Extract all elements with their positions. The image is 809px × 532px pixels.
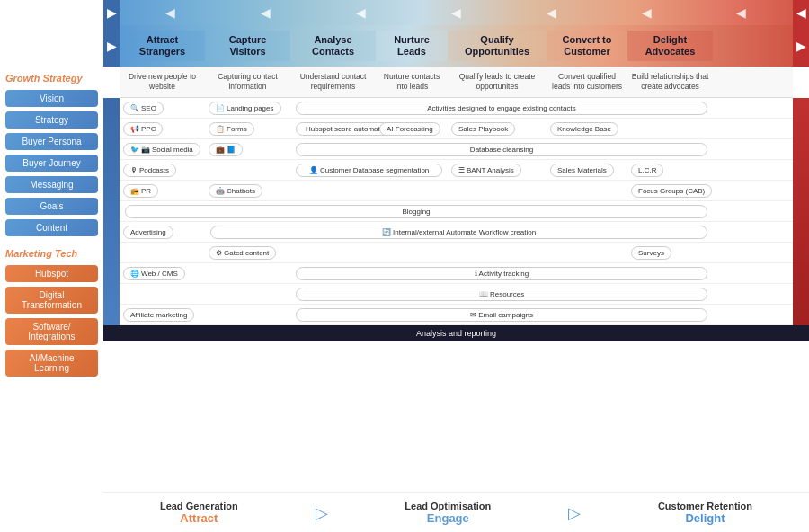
col-title-capture: CaptureVisitors — [229, 34, 267, 58]
table-row: 🐦📷 Social media 💼📘 Database cleansing — [120, 139, 793, 160]
col-headers: AttractStrangers CaptureVisitors Analyse… — [120, 25, 793, 66]
cell-pr: 📻 PR — [120, 181, 205, 200]
table-row: Advertising 🔄 Internal/external Automate… — [120, 222, 793, 243]
sidebar-buyer-journey-btn[interactable]: Buyer Journey — [5, 155, 98, 172]
cell-blogging: Blogging — [120, 201, 713, 221]
info-icon: ℹ — [475, 270, 477, 278]
cell-sales-playbook: Sales Playbook — [448, 119, 547, 138]
footer-arrow-2: ▷ — [568, 503, 581, 523]
sidebar-strategy-btn[interactable]: Strategy — [5, 111, 98, 129]
cell-bant: ☰ BANT Analysis — [448, 160, 547, 180]
cell-landing: 📄 Landing pages — [205, 98, 290, 118]
table-row: 📻 PR 🤖 Chatbots Focus Groups (CAB) — [120, 181, 793, 201]
sidebar-vision-btn[interactable]: Vision — [5, 90, 98, 107]
footer-arrow-1: ▷ — [316, 503, 328, 523]
sales-playbook-tag: Sales Playbook — [451, 122, 515, 136]
column-headers-wrapper: ▶ AttractStrangers CaptureVisitors Analy… — [103, 25, 809, 66]
knowledge-tag: Knowledge Base — [550, 122, 618, 136]
col-header-qualify: QualifyOpportunities — [448, 31, 547, 61]
col-title-qualify: QualifyOpportunities — [465, 34, 529, 58]
cell-social: 🐦📷 Social media — [120, 139, 205, 159]
footer-customer-ret-label: Customer Retention — [658, 501, 752, 511]
blogging-tag: Blogging — [125, 205, 707, 218]
cell-surveys: Surveys — [627, 243, 713, 262]
cell-email: ✉ Email campaigns — [290, 305, 713, 324]
growth-strategy-title: Growth Strategy — [5, 73, 98, 84]
instagram-icon: 📷 — [141, 146, 150, 154]
linkedin-tag: 💼📘 — [209, 143, 243, 156]
podcasts-tag: 🎙 Podcasts — [123, 164, 176, 177]
ai-forecast-tag: AI Forecasting — [379, 122, 440, 136]
mic-icon: 🎙 — [130, 166, 138, 174]
activity-tag: ℹ Activity tracking — [296, 267, 707, 280]
footer-lead-opt-label: Lead Optimisation — [404, 501, 491, 511]
sales-materials-tag: Sales Materials — [550, 164, 614, 177]
sidebar-software-btn[interactable]: Software/ Integrations — [5, 318, 98, 345]
col-header-delight: DelightAdvocates — [627, 31, 713, 61]
linkedin-icon: 💼 — [216, 146, 225, 154]
page-icon: 📄 — [216, 104, 225, 112]
globe-icon: 🌐 — [130, 270, 139, 278]
cell-db-cleansing: Database cleansing — [290, 139, 713, 159]
footer-engage-value: Engage — [404, 511, 491, 525]
header-left-arrow: ▶ — [107, 39, 117, 53]
ppc-tag: 📢 PPC — [123, 122, 163, 136]
table-row: 📢 PPC 📋 Forms Hubspot score automation A… — [120, 119, 793, 139]
footer-customer-ret: Customer Retention Delight — [658, 501, 752, 525]
analysis-reporting-text: Analysis and reporting — [416, 329, 496, 338]
cell-empty12 — [205, 284, 290, 304]
cell-knowledge: Knowledge Base — [547, 119, 627, 138]
cell-workflow: 🔄 Internal/external Automate Workflow cr… — [205, 222, 713, 242]
cell-empty5 — [120, 243, 205, 262]
email-icon: ✉ — [470, 311, 476, 319]
table-row: Blogging — [120, 201, 793, 222]
cell-empty4 — [547, 181, 627, 200]
sidebar-hubspot-btn[interactable]: Hubspot — [5, 265, 98, 282]
cell-forms: 📋 Forms — [205, 119, 290, 138]
cell-linkedin: 💼📘 — [205, 139, 290, 159]
cell-focus-groups: Focus Groups (CAB) — [627, 181, 713, 200]
search-icon: 🔍 — [130, 104, 139, 112]
cell-ppc: 📢 PPC — [120, 119, 205, 138]
table-row: 🎙 Podcasts 👤 Customer Database segmentat… — [120, 160, 793, 181]
table-row: 🔍 SEO 📄 Landing pages Activities designe… — [120, 98, 793, 119]
sidebar-digital-btn[interactable]: Digital Transformation — [5, 287, 98, 314]
col-header-capture: CaptureVisitors — [205, 31, 290, 61]
sub-nurture: Nurture contacts into leads — [376, 70, 448, 93]
col-header-nurture: NurtureLeads — [376, 31, 448, 61]
cell-activities: Activities designed to engage existing c… — [290, 98, 713, 118]
forms-tag: 📋 Forms — [209, 122, 254, 136]
sidebar-buyer-persona-btn[interactable]: Buyer Persona — [5, 133, 98, 150]
email-tag: ✉ Email campaigns — [296, 308, 707, 322]
sidebar-goals-btn[interactable]: Goals — [5, 198, 98, 215]
arrow-banner: ▶ ◀ ◀ ◀ ◀ ◀ ◀ ◀ ◀ — [103, 0, 809, 25]
table-row: ⚙ Gated content Surveys — [120, 243, 793, 263]
col-header-analyse: AnalyseContacts — [290, 31, 376, 61]
cell-empty13 — [205, 305, 290, 324]
cell-empty11 — [120, 284, 205, 304]
sidebar-content-btn[interactable]: Content — [5, 219, 98, 236]
cell-affiliate: Affiliate marketing — [120, 305, 205, 324]
table-row: 🌐 Web / CMS ℹ Activity tracking — [120, 263, 793, 284]
cell-activity: ℹ Activity tracking — [290, 263, 713, 283]
footer: Lead Generation Attract ▷ Lead Optimisat… — [103, 492, 809, 532]
chevron-left-7: ◀ — [736, 5, 746, 20]
sidebar-ai-btn[interactable]: AI/Machine Learning — [5, 350, 98, 377]
cell-customer-db: 👤 Customer Database segmentation — [290, 160, 448, 180]
social-tag: 🐦📷 Social media — [123, 143, 200, 156]
col-title-delight: DelightAdvocates — [645, 34, 696, 58]
table-row: Affiliate marketing ✉ Email campaigns — [120, 305, 793, 325]
chevron-left-4: ◀ — [451, 5, 461, 20]
facebook-icon: 📘 — [227, 146, 236, 154]
bottom-bar: Analysis and reporting — [103, 325, 809, 341]
sidebar-messaging-btn[interactable]: Messaging — [5, 176, 98, 193]
cell-resources: 📖 Resources — [290, 284, 713, 304]
cell-empty1 — [290, 181, 376, 200]
sub-headers-wrapper: Drive new people to website Capturing co… — [103, 66, 809, 98]
cell-webcms: 🌐 Web / CMS — [120, 263, 205, 283]
gated-tag: ⚙ Gated content — [209, 246, 276, 260]
col-title-attract: AttractStrangers — [139, 34, 185, 58]
radio-icon: 📻 — [130, 187, 139, 195]
table-row: 📖 Resources — [120, 284, 793, 305]
sub-attract: Drive new people to website — [120, 70, 205, 93]
